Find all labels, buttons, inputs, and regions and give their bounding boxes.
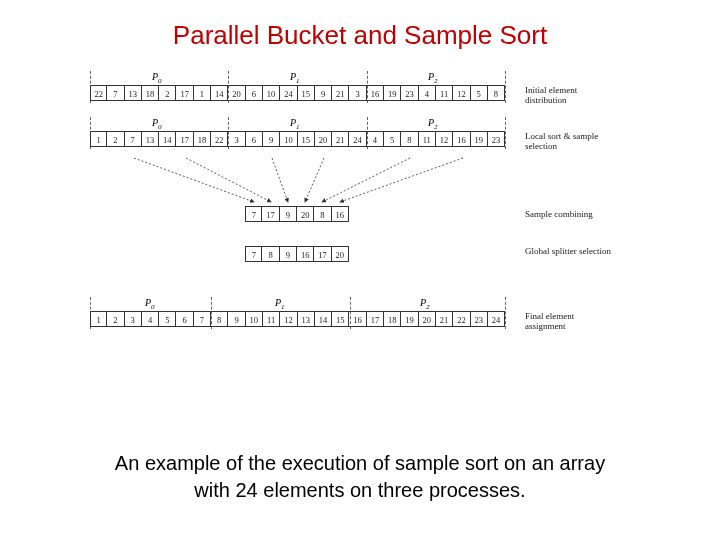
cell: 2 [159,85,176,101]
cell: 24 [349,131,366,147]
cell: 20 [419,311,436,327]
caption: An example of the execution of sample so… [0,450,720,504]
cell: 8 [262,246,279,262]
row-initial: P0 P1 P2 2271318217114206102415921316192… [90,70,650,108]
cell: 15 [298,131,315,147]
p-label: P0 [145,297,155,311]
svg-line-3 [305,158,324,202]
cell: 15 [298,85,315,101]
cell: 10 [280,131,297,147]
cell: 2 [107,131,124,147]
cell: 18 [384,311,401,327]
p-label: P2 [428,71,438,85]
cell: 5 [159,311,176,327]
cell: 21 [332,85,349,101]
cell: 8 [488,85,505,101]
row-label: Sample combining [525,209,615,219]
cell: 23 [488,131,505,147]
cell: 11 [419,131,436,147]
cell: 7 [245,206,262,222]
cell: 23 [401,85,418,101]
cell: 8 [314,206,331,222]
cell: 22 [453,311,470,327]
cell: 16 [367,85,384,101]
row-final: P0 P1 P2 1234567891011121314151617181920… [90,296,650,336]
cell: 12 [280,311,297,327]
svg-line-1 [186,158,271,202]
cell: 18 [194,131,211,147]
cell: 18 [142,85,159,101]
cell: 12 [453,85,470,101]
cell: 7 [107,85,124,101]
p-label: P2 [420,297,430,311]
cell: 16 [349,311,366,327]
row-sample-combining: 717920816 Sample combining [90,206,650,228]
row-label: Final element assignment [525,311,615,332]
cell: 4 [142,311,159,327]
cell: 9 [315,85,332,101]
cell: 7 [125,131,142,147]
row-label: Local sort & sample selection [525,131,615,152]
cell: 15 [332,311,349,327]
cell: 20 [228,85,245,101]
arrows [90,156,650,206]
cell: 6 [246,131,263,147]
cell: 17 [176,85,193,101]
cell: 7 [194,311,211,327]
p-label: P2 [428,117,438,131]
cell: 6 [176,311,193,327]
cell: 20 [332,246,349,262]
cell: 1 [194,85,211,101]
cell: 19 [401,311,418,327]
cell: 1 [90,131,107,147]
cell: 19 [471,131,488,147]
cell: 13 [142,131,159,147]
cell: 13 [298,311,315,327]
cell: 5 [384,131,401,147]
cell: 16 [297,246,314,262]
p-label: P1 [290,117,300,131]
cell: 12 [436,131,453,147]
cell: 24 [488,311,505,327]
cell: 11 [263,311,280,327]
cell: 10 [246,311,263,327]
cell: 9 [263,131,280,147]
svg-line-4 [322,158,410,202]
cell: 14 [211,85,228,101]
cell: 4 [419,85,436,101]
cell: 22 [211,131,228,147]
cell: 9 [280,206,297,222]
row-localsort: P0 P1 P2 1271314171822369101520212445811… [90,116,650,156]
cell: 1 [90,311,107,327]
cell: 5 [471,85,488,101]
diagram: P0 P1 P2 2271318217114206102415921316192… [90,70,650,336]
row-global-splitter: 789161720 Global splitter selection [90,246,650,268]
cell: 14 [315,311,332,327]
cell: 3 [228,131,245,147]
cell: 23 [471,311,488,327]
p-label: P1 [275,297,285,311]
cell: 19 [384,85,401,101]
cell: 17 [262,206,279,222]
cell: 9 [280,246,297,262]
cell: 21 [436,311,453,327]
cell: 14 [159,131,176,147]
cell: 4 [367,131,384,147]
cell: 24 [280,85,297,101]
cell: 20 [297,206,314,222]
cell: 3 [125,311,142,327]
svg-line-2 [272,158,288,202]
cell: 16 [453,131,470,147]
cell: 16 [332,206,349,222]
svg-line-5 [340,158,463,202]
cell: 3 [349,85,366,101]
page-title: Parallel Bucket and Sample Sort [0,20,720,51]
cell: 8 [401,131,418,147]
cell: 20 [315,131,332,147]
cell: 6 [246,85,263,101]
cell: 17 [314,246,331,262]
p-label: P0 [152,117,162,131]
cell: 7 [245,246,262,262]
cell: 2 [107,311,124,327]
p-label: P1 [290,71,300,85]
